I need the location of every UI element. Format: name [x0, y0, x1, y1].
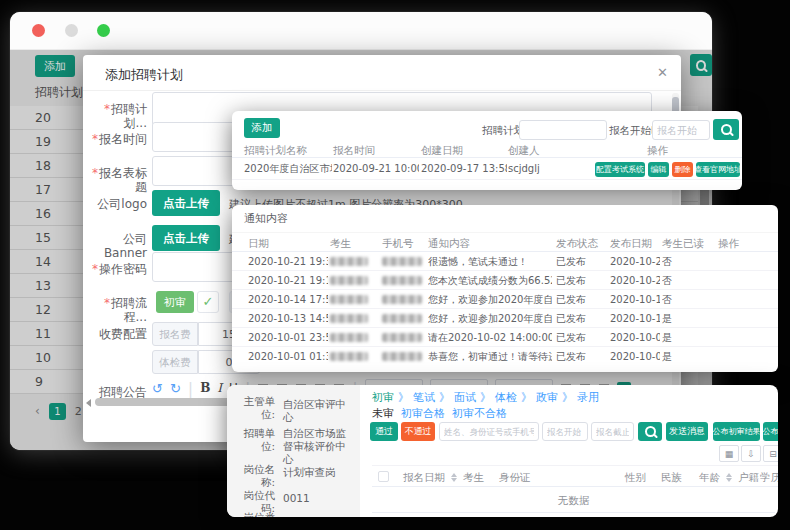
fee-exam-label: 体检费	[152, 350, 198, 374]
column-header: 发布状态	[556, 233, 598, 253]
empty-table-placeholder: 无数据	[372, 487, 775, 513]
step-hired[interactable]: 录用	[577, 390, 599, 405]
columns-icon[interactable]: ▦	[719, 445, 739, 462]
field-label-announcement: 招聘公告	[85, 385, 147, 399]
column-header: 学历	[760, 466, 778, 488]
info-label: 岗位名称:	[235, 463, 275, 489]
notice-status: 已发布	[556, 252, 606, 271]
signup-start-input[interactable]	[542, 422, 588, 441]
close-icon[interactable]: ✕	[657, 65, 668, 80]
sort-icon[interactable]	[726, 473, 732, 482]
step-separator-icon: 》	[521, 390, 532, 405]
plan-name-cell: 2020年度自治区市场监...	[244, 158, 332, 180]
redacted-phone	[382, 352, 422, 361]
column-header: 报名日期	[403, 466, 445, 488]
send-message-button[interactable]: 发送消息	[666, 422, 708, 441]
notice-pub-date: 2020-10-22 ...	[610, 252, 660, 271]
search-icon	[721, 124, 732, 135]
redacted-candidate	[330, 295, 368, 304]
logo-upload-button[interactable]: 点击上传	[152, 190, 220, 216]
field-label-process: *招聘流程...	[85, 296, 147, 324]
export-icon[interactable]: ⇩	[741, 445, 761, 462]
print-icon[interactable]: ⊟	[763, 445, 778, 462]
plan-creator-cell: scjdglj	[508, 158, 568, 180]
notice-row[interactable]: 2020-10-01 23:54:58 请在2020-10-02 14:00:0…	[232, 328, 778, 347]
step-interview[interactable]: 面试	[454, 390, 476, 405]
notice-panel-title: 通知内容	[244, 211, 288, 226]
step-first-review[interactable]: 初审	[372, 390, 394, 405]
review-panel: 主管单位: 自治区审评中心 招聘单位: 自治区市场监督审核评价中心 岗位名称: …	[227, 385, 778, 517]
undo-icon[interactable]: ↺	[152, 381, 163, 396]
config-exam-system-button[interactable]: 配置考试系统	[595, 162, 645, 177]
field-label-banner: 公司Banner	[85, 232, 147, 260]
publish-review-result-button[interactable]: 公布初审结果	[713, 422, 760, 441]
position-info-sidebar: 主管单位: 自治区审评中心 招聘单位: 自治区市场监督审核评价中心 岗位名称: …	[227, 385, 360, 517]
start-date-filter-input[interactable]	[652, 120, 710, 140]
required-mark: *	[92, 166, 98, 180]
banner-upload-button[interactable]: 点击上传	[152, 225, 220, 251]
info-value: 0011	[283, 492, 355, 505]
traffic-light-maximize-button[interactable]	[97, 24, 110, 37]
process-breadcrumb: 初审 》 笔试 》 面试 》 体检 》 政审 》 录用	[372, 390, 599, 405]
required-mark: *	[104, 102, 110, 116]
required-mark: *	[92, 132, 98, 146]
select-all-checkbox[interactable]	[378, 471, 389, 482]
notice-content: 您好，欢迎参加2020年度自治区市场...	[428, 309, 552, 328]
info-value: 自治区市场监督审核评价中心	[283, 427, 355, 466]
redacted-candidate	[330, 276, 368, 285]
plan-search-button[interactable]	[713, 119, 739, 140]
plan-table-row[interactable]: 2020年度自治区市场监... 2020-09-21 10:00到2020...…	[232, 158, 742, 180]
field-label-signup-time: *报名时间	[85, 132, 147, 146]
info-label: 岗位类别:	[235, 511, 275, 517]
signup-end-input[interactable]	[591, 422, 634, 441]
step-political-review[interactable]: 政审	[536, 390, 558, 405]
field-label-plan-name: *招聘计划...	[85, 102, 147, 130]
italic-icon[interactable]: I	[217, 381, 222, 395]
notice-content: 恭喜您，初审通过！请等待进一步通知	[428, 347, 552, 366]
sort-icon[interactable]	[451, 473, 457, 482]
traffic-light-close-button[interactable]	[32, 24, 45, 37]
edit-button[interactable]: 编辑	[648, 162, 669, 177]
status-filters: 未审 初审合格 初审不合格	[372, 406, 507, 421]
info-label: 主管单位:	[235, 395, 275, 421]
scroll-left-icon[interactable]	[86, 399, 91, 407]
check-icon: ✓	[197, 291, 219, 313]
step-written-test[interactable]: 笔试	[413, 390, 435, 405]
bold-icon[interactable]: B	[200, 381, 210, 395]
fail-button[interactable]: 不通过	[401, 422, 435, 441]
notice-row[interactable]: 2020-10-14 17:51:16 您好，欢迎参加2020年度自治区市场..…	[232, 290, 778, 309]
publish-fee-notice-button[interactable]: 公布缴费通知	[763, 422, 778, 441]
step-separator-icon: 》	[398, 390, 409, 405]
notice-date: 2020-10-01 23:54:58	[248, 328, 328, 347]
column-header: 民族	[661, 466, 682, 488]
notice-table-header: 日期 考生 手机号 通知内容 发布状态 发布日期 考生已读 操作	[232, 232, 778, 252]
keyword-search-input[interactable]	[439, 422, 539, 441]
info-value: 自治区审评中心	[283, 398, 355, 424]
notice-row[interactable]: 2020-10-13 14:55:54 您好，欢迎参加2020年度自治区市场..…	[232, 309, 778, 328]
traffic-light-minimize-button[interactable]	[65, 24, 78, 37]
column-header: 创建人	[508, 140, 540, 160]
notice-row[interactable]: 2020-10-21 19:11:40 您本次笔试成绩分数为66.52分 已发布…	[232, 271, 778, 290]
redacted-candidate	[330, 257, 368, 266]
candidate-table-header: 报名日期 考生 身份证 性别 民族 年龄 户籍 学历	[372, 465, 778, 487]
process-step-first-review[interactable]: 初审	[156, 291, 194, 313]
required-mark: *	[92, 262, 98, 276]
redo-icon[interactable]: ↻	[170, 381, 181, 396]
column-header: 手机号	[382, 233, 414, 253]
filter-review-pass[interactable]: 初审合格	[401, 406, 445, 421]
notice-row[interactable]: 2020-10-21 19:34:38 很遗憾，笔试未通过！ 已发布 2020-…	[232, 252, 778, 271]
notice-status: 已发布	[556, 271, 606, 290]
plan-name-filter-input[interactable]	[519, 120, 607, 140]
delete-button[interactable]: 删除	[672, 162, 693, 177]
view-site-button[interactable]: 查看官网地址	[696, 162, 740, 177]
notice-pub-date: 2020-10-21 ...	[610, 271, 660, 290]
filter-review-fail[interactable]: 初审不合格	[452, 406, 507, 421]
modal-header: 添加招聘计划 ✕	[83, 55, 681, 91]
info-label: 招聘单位:	[235, 427, 275, 453]
add-plan-button[interactable]: 添加	[244, 118, 280, 138]
pass-button[interactable]: 通过	[370, 422, 398, 441]
filter-unreviewed[interactable]: 未审	[372, 406, 394, 421]
notice-row[interactable]: 2020-10-01 01:35:03 恭喜您，初审通过！请等待进一步通知 已发…	[232, 347, 778, 366]
step-physical-exam[interactable]: 体检	[495, 390, 517, 405]
review-search-button[interactable]	[638, 422, 662, 441]
